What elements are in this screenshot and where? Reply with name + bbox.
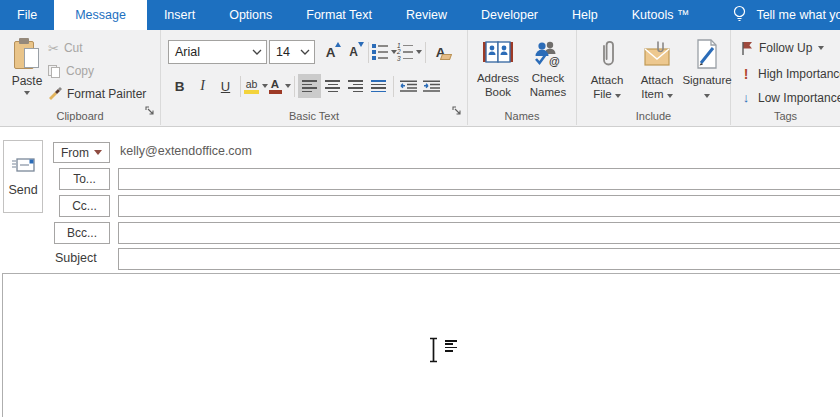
format-painter-button[interactable]: Format Painter: [46, 84, 160, 104]
font-color-icon: A: [269, 79, 282, 94]
high-importance-button[interactable]: ! High Importance: [740, 66, 840, 82]
low-importance-label: Low Importance: [758, 91, 840, 105]
signature-icon: [694, 39, 720, 69]
decrease-indent-button[interactable]: [397, 74, 420, 98]
paste-dropdown-icon[interactable]: [24, 91, 30, 95]
signature-label: Signature: [682, 73, 731, 87]
follow-up-button[interactable]: Follow Up: [740, 41, 824, 55]
high-importance-icon: !: [740, 66, 752, 82]
to-button[interactable]: To...: [59, 168, 110, 190]
numbering-dropdown-icon[interactable]: [416, 50, 422, 54]
to-input[interactable]: [118, 168, 840, 190]
arrow-down-icon: [358, 42, 364, 47]
clipboard-group-label: Clipboard: [0, 110, 160, 122]
tab-file[interactable]: File: [0, 0, 54, 30]
names-group-label: Names: [468, 110, 576, 122]
group-include: Attach File Attach Item: [577, 30, 731, 125]
font-name-value: Arial: [175, 45, 200, 59]
numbering-icon: 1 2 3: [397, 44, 413, 61]
tab-options[interactable]: Options: [212, 0, 289, 30]
align-right-button[interactable]: [344, 74, 367, 98]
basic-text-group-label: Basic Text: [161, 110, 467, 122]
low-importance-button[interactable]: ↓ Low Importance: [740, 90, 840, 105]
tab-message[interactable]: Message: [54, 0, 147, 30]
from-dropdown-icon: [94, 150, 102, 155]
follow-up-dropdown-icon[interactable]: [818, 46, 824, 50]
address-book-icon: [482, 39, 514, 67]
clipboard-dialog-launcher-icon[interactable]: [145, 102, 155, 120]
address-book-label-line2: Book: [477, 85, 519, 99]
attach-file-button[interactable]: Attach File: [583, 35, 631, 115]
signature-button[interactable]: Signature: [683, 35, 731, 115]
copy-icon: [48, 65, 61, 78]
align-left-badge-icon: [445, 340, 457, 363]
tab-developer[interactable]: Developer: [464, 0, 555, 30]
font-size-combobox[interactable]: 14: [269, 40, 315, 64]
increase-indent-icon: [423, 80, 440, 92]
attach-item-button[interactable]: Attach Item: [633, 35, 681, 115]
justify-icon: [371, 80, 386, 92]
grow-font-button[interactable]: A: [319, 40, 342, 64]
bold-button[interactable]: B: [168, 74, 191, 98]
increase-indent-button[interactable]: [420, 74, 443, 98]
message-body[interactable]: [2, 273, 840, 417]
from-address: kelly@extendoffice.com: [120, 144, 252, 158]
send-envelope-icon: [11, 157, 35, 174]
align-left-button[interactable]: [298, 74, 321, 98]
tab-insert[interactable]: Insert: [147, 0, 212, 30]
chevron-down-icon[interactable]: [300, 49, 310, 55]
bullets-button[interactable]: [372, 40, 397, 64]
italic-button[interactable]: I: [191, 74, 214, 98]
subject-label: Subject: [55, 251, 97, 265]
tab-kutools[interactable]: Kutools ™: [615, 0, 707, 30]
shrink-font-button[interactable]: A: [342, 40, 365, 64]
attach-item-dropdown-icon[interactable]: [667, 94, 673, 98]
align-center-icon: [325, 80, 340, 92]
attach-item-label-line2: Item: [641, 88, 663, 100]
send-button[interactable]: Send: [3, 140, 43, 213]
eraser-icon: [440, 54, 452, 60]
include-group-label: Include: [577, 110, 730, 122]
font-color-dropdown-icon[interactable]: [285, 84, 291, 88]
font-size-value: 14: [276, 45, 290, 59]
paste-button[interactable]: Paste: [6, 36, 48, 112]
group-basic-text: Arial 14 A A: [161, 30, 468, 125]
tab-review[interactable]: Review: [389, 0, 464, 30]
check-names-button[interactable]: @ Check Names: [524, 35, 572, 115]
bcc-input[interactable]: [118, 222, 840, 244]
to-label: To...: [73, 172, 96, 186]
underline-button[interactable]: U: [214, 74, 237, 98]
follow-up-label: Follow Up: [759, 41, 812, 55]
subject-input[interactable]: [118, 248, 840, 270]
bcc-label: Bcc...: [67, 226, 97, 240]
signature-dropdown-icon[interactable]: [704, 94, 710, 98]
underline-icon: U: [221, 79, 230, 94]
copy-label: Copy: [66, 64, 94, 78]
font-name-combobox[interactable]: Arial: [168, 40, 267, 64]
cc-input[interactable]: [118, 195, 840, 217]
justify-button[interactable]: [367, 74, 390, 98]
cut-label: Cut: [64, 41, 83, 55]
numbering-button[interactable]: 1 2 3: [397, 40, 422, 64]
attach-file-dropdown-icon[interactable]: [615, 94, 621, 98]
font-color-button[interactable]: A: [268, 74, 291, 98]
ibeam-cursor-icon: [428, 337, 457, 363]
tell-me-box[interactable]: Tell me what you want to do: [732, 0, 840, 30]
tell-me-label: Tell me what you want to do: [756, 8, 840, 22]
text-highlight-color-button[interactable]: ab: [244, 74, 268, 98]
tab-help[interactable]: Help: [555, 0, 615, 30]
align-right-icon: [348, 80, 363, 92]
attach-item-label-line1: Attach: [641, 73, 674, 87]
from-button[interactable]: From: [53, 142, 110, 163]
address-book-button[interactable]: Address Book: [474, 35, 522, 115]
align-center-button[interactable]: [321, 74, 344, 98]
italic-icon: I: [200, 78, 205, 94]
align-left-icon: [302, 80, 317, 92]
cc-button[interactable]: Cc...: [59, 195, 110, 217]
chevron-down-icon[interactable]: [252, 49, 262, 55]
group-tags: Follow Up ! High Importance ↓ Low Import…: [731, 30, 840, 125]
clear-formatting-button[interactable]: A: [429, 40, 452, 64]
bcc-button[interactable]: Bcc...: [54, 222, 110, 244]
basic-text-dialog-launcher-icon[interactable]: [452, 102, 462, 120]
tab-format-text[interactable]: Format Text: [289, 0, 389, 30]
